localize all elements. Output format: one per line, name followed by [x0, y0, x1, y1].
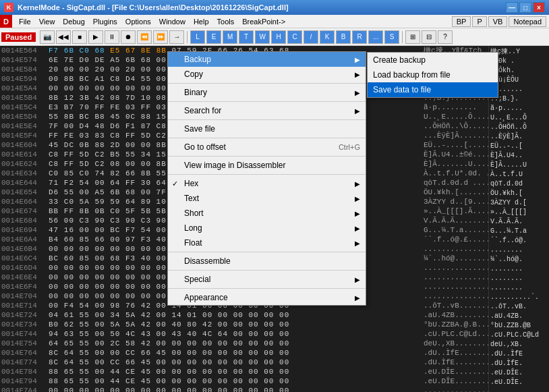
- hex-ascii: ..ÔHÖñ..\Ô......: [421, 121, 488, 131]
- tb-help[interactable]: ?: [438, 30, 453, 44]
- ctx-save-file[interactable]: Save file: [168, 121, 366, 136]
- submenu-load-backup[interactable]: Load backup from file: [368, 67, 498, 82]
- hex-address: 0014E614: [0, 150, 49, 159]
- ctx-sep-1: [168, 83, 366, 84]
- submenu-save-data[interactable]: Save data to file: [368, 82, 498, 97]
- hex-address: 0014E634: [0, 169, 49, 178]
- menu-debug[interactable]: Debug: [59, 16, 88, 27]
- minimize-button[interactable]: —: [506, 2, 518, 13]
- tb-step[interactable]: ⏺: [121, 30, 136, 44]
- menu-window[interactable]: Window: [155, 16, 190, 27]
- hex-bytes[interactable]: 64 65 55 00 2C 58 42 00 00 00 00 00 00 0…: [49, 339, 421, 348]
- hex-ascii: U..¸E.....Ô....: [421, 112, 488, 121]
- menu-options[interactable]: Options: [121, 16, 155, 27]
- hex-bytes[interactable]: 88 65 55 00 44 CE 45 00 00 00 00 00 00 0…: [49, 376, 421, 386]
- tb-pause[interactable]: ⏸: [105, 30, 119, 44]
- tb-r[interactable]: R: [352, 30, 367, 44]
- tb-stop[interactable]: ■: [72, 30, 87, 44]
- hex-ascii: ÖU.¥kh.[.......: [421, 188, 488, 197]
- hex-address: 0014E6E4: [0, 273, 49, 282]
- hex-bytes[interactable]: 04 61 55 00 34 5A 42 00 14 01 00 00 00 0…: [49, 310, 421, 320]
- hex-row[interactable]: 0014E75464 65 55 00 2C 58 42 00 00 00 00…: [0, 339, 488, 348]
- tb-h[interactable]: H: [271, 30, 286, 44]
- hex-row[interactable]: 0014E7A400 00 00 00 00 00 00 00 00 00 00…: [0, 386, 488, 392]
- hex-row[interactable]: 0014E79488 65 55 00 44 CE 45 00 00 00 00…: [0, 376, 488, 386]
- menu-breakpoint[interactable]: BreakPoint->: [238, 16, 289, 27]
- hex-address: 0014E5E4: [0, 121, 49, 131]
- hex-row[interactable]: 0014E734B0 62 55 00 5A 5A 42 00 40 80 42…: [0, 320, 488, 329]
- hex-bytes[interactable]: 94 63 55 00 50 4C 43 00 43 40 4C 64 00 0…: [49, 329, 421, 339]
- hex-address: 0014E6D4: [0, 263, 49, 273]
- tb-t[interactable]: T: [239, 30, 254, 44]
- ctx-disassemble[interactable]: Disassemble: [168, 254, 366, 269]
- tb-m[interactable]: M: [223, 30, 237, 44]
- hex-row[interactable]: 0014E78488 65 55 00 44 CE 45 00 00 00 00…: [0, 367, 488, 376]
- ctx-long[interactable]: Long ▶: [168, 221, 366, 235]
- tb-slash[interactable]: /: [304, 30, 318, 44]
- ctx-sep-9: [168, 288, 366, 289]
- tb-dots[interactable]: ...: [368, 30, 383, 44]
- hex-row[interactable]: 0014E72404 61 55 00 34 5A 42 00 14 01 00…: [0, 310, 488, 320]
- tb-grid1[interactable]: ⊞: [405, 30, 420, 44]
- ctx-search[interactable]: Search for ▶: [168, 103, 366, 118]
- ctx-short[interactable]: Short ▶: [168, 206, 366, 221]
- window-controls[interactable]: — □ ×: [506, 2, 545, 13]
- tb-e[interactable]: E: [206, 30, 221, 44]
- hex-address: 0014E794: [0, 376, 49, 386]
- hex-ascii: .eU.DÎE.........: [421, 376, 488, 386]
- close-button[interactable]: ×: [533, 2, 545, 13]
- menu-plugins[interactable]: Plugins: [89, 16, 121, 27]
- ctx-goto[interactable]: Go to offset Ctrl+G: [168, 140, 366, 155]
- tb-arrow[interactable]: →: [169, 30, 184, 44]
- tb-grid2[interactable]: ⊟: [422, 30, 436, 44]
- tb-screenshot[interactable]: 📷: [40, 30, 55, 44]
- tb-play[interactable]: ▶: [88, 30, 103, 44]
- menu-help[interactable]: Help: [190, 16, 213, 27]
- hex-bytes[interactable]: 8C 64 55 00 00 CC 66 45 00 00 00 00 00 0…: [49, 348, 421, 358]
- vb-button[interactable]: VB: [488, 16, 508, 27]
- menu-left-label[interactable]: D: [0, 15, 12, 28]
- maximize-button[interactable]: □: [519, 2, 531, 13]
- hex-address: 0014E574: [0, 55, 49, 65]
- notepad-button[interactable]: Notepad: [509, 16, 546, 27]
- tb-c[interactable]: C: [287, 30, 302, 44]
- hex-bytes[interactable]: B0 62 55 00 5A 5A 42 00 40 80 42 00 00 0…: [49, 320, 421, 329]
- tb-forward[interactable]: ⏩: [153, 30, 168, 44]
- hex-address: 0014E754: [0, 339, 49, 348]
- menu-view[interactable]: View: [35, 16, 59, 27]
- ctx-view-image[interactable]: View image in Disassembler: [168, 158, 366, 173]
- tb-k[interactable]: K: [320, 30, 335, 44]
- tb-b[interactable]: B: [336, 30, 351, 44]
- tb-rewind[interactable]: ◀◀: [56, 30, 71, 44]
- ctx-text[interactable]: Text ▶: [168, 191, 366, 206]
- ctx-hex[interactable]: Hex ▶: [168, 176, 366, 191]
- hex-address: 0014E6F4: [0, 282, 49, 291]
- bp-button[interactable]: BP: [452, 16, 471, 27]
- ctx-appearance[interactable]: Appearance ▶: [168, 290, 366, 305]
- tb-stepover[interactable]: ⏪: [137, 30, 152, 44]
- hex-bytes[interactable]: 8C 64 55 00 CC 66 45 00 00 00 00 00 00 0…: [49, 358, 421, 367]
- hex-row[interactable]: 0014E7748C 64 55 00 CC 66 45 00 00 00 00…: [0, 358, 488, 367]
- menu-file[interactable]: File: [15, 16, 35, 27]
- ctx-long-arrow: ▶: [355, 225, 360, 232]
- hex-address: 0014E714: [0, 301, 49, 310]
- hex-bytes[interactable]: 00 00 00 00 00 00 00 00 00 00 00 00 00 0…: [49, 386, 421, 392]
- submenu-create-backup[interactable]: Create backup: [368, 53, 498, 67]
- hex-address: 0014E624: [0, 159, 49, 169]
- hex-row[interactable]: 0014E7648C 64 55 00 00 CC 66 45 00 00 00…: [0, 348, 488, 358]
- tb-w[interactable]: W: [255, 30, 270, 44]
- tb-l[interactable]: L: [190, 30, 205, 44]
- hex-address: 0014E764: [0, 348, 49, 358]
- ctx-backup[interactable]: Backup ▶: [168, 52, 366, 67]
- menu-tools[interactable]: Tools: [213, 16, 239, 27]
- ctx-float[interactable]: Float ▶: [168, 235, 366, 250]
- tb-s[interactable]: S: [384, 30, 399, 44]
- hex-address: 0014E564: [0, 46, 49, 55]
- ctx-special[interactable]: Special ▶: [168, 272, 366, 287]
- p-button[interactable]: P: [472, 16, 486, 27]
- ctx-binary[interactable]: Binary ▶: [168, 85, 366, 100]
- hex-bytes[interactable]: 88 65 55 00 44 CE 45 00 00 00 00 00 00 0…: [49, 367, 421, 376]
- hex-row[interactable]: 0014E74494 63 55 00 50 4C 43 00 43 40 4C…: [0, 329, 488, 339]
- app-icon: K: [4, 3, 13, 12]
- ctx-copy[interactable]: Copy ▶: [168, 67, 366, 82]
